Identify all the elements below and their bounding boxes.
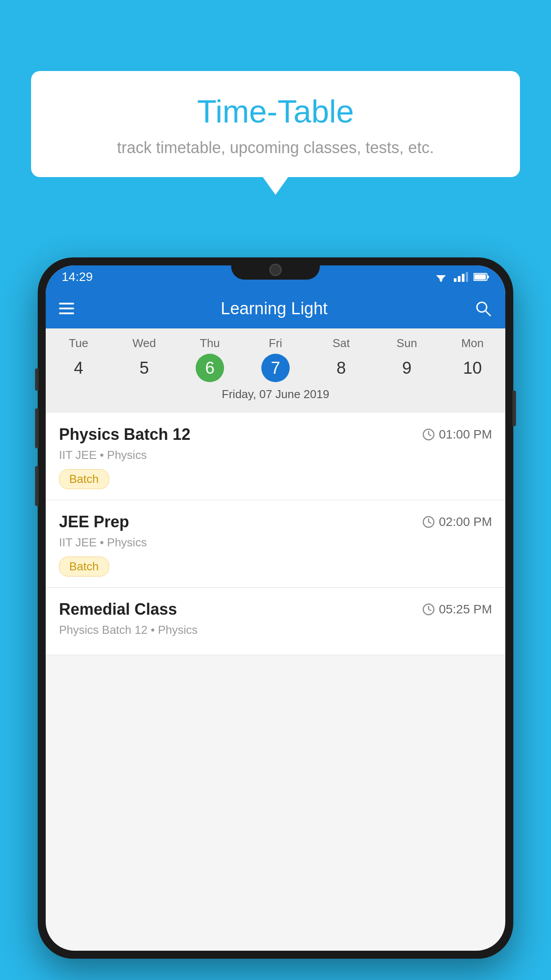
day-10[interactable]: 10 [440, 355, 505, 381]
schedule-item-3-title: Remedial Class [59, 600, 177, 619]
clock-icon-2 [422, 515, 435, 529]
schedule-item-3-time: 05:25 PM [422, 602, 492, 616]
day-4[interactable]: 4 [46, 355, 111, 381]
app-bar-title: Learning Light [74, 299, 474, 318]
schedule-item-1-header: Physics Batch 12 01:00 PM [59, 425, 492, 444]
phone-wrapper: 14:29 [38, 257, 513, 980]
day-header-tue: Tue [46, 336, 111, 350]
schedule-item-3-subtitle: Physics Batch 12 • Physics [59, 623, 492, 637]
day-header-thu: Thu [177, 336, 243, 350]
selected-date-label: Friday, 07 June 2019 [46, 382, 505, 408]
schedule-list: Physics Batch 12 01:00 PM IIT JEE • Phys… [46, 413, 505, 655]
day-6-today[interactable]: 6 [196, 354, 224, 382]
phone-outer: 14:29 [38, 257, 513, 959]
schedule-item-2-subtitle: IIT JEE • Physics [59, 536, 492, 549]
schedule-item-1-title: Physics Batch 12 [59, 425, 190, 444]
schedule-item-3[interactable]: Remedial Class 05:25 PM Physics Batch 12… [46, 588, 505, 655]
bubble-title: Time-Table [49, 93, 502, 130]
day-7-selected[interactable]: 7 [261, 354, 290, 382]
svg-rect-3 [458, 276, 460, 282]
app-bar: Learning Light [46, 288, 505, 328]
schedule-item-1[interactable]: Physics Batch 12 01:00 PM IIT JEE • Phys… [46, 413, 505, 500]
schedule-item-2-title: JEE Prep [59, 513, 129, 531]
svg-marker-1 [439, 280, 443, 282]
schedule-item-1-time: 01:00 PM [422, 427, 492, 442]
status-time: 14:29 [62, 270, 93, 284]
svg-rect-4 [462, 274, 464, 282]
day-header-fri: Fri [243, 336, 308, 350]
wifi-icon [433, 272, 449, 282]
day-9[interactable]: 9 [374, 355, 440, 381]
phone-btn-left-3 [35, 466, 39, 506]
bubble-subtitle: track timetable, upcoming classes, tests… [49, 138, 502, 157]
schedule-item-1-subtitle: IIT JEE • Physics [59, 448, 492, 462]
phone-notch [231, 257, 320, 280]
hamburger-line-3 [59, 312, 74, 314]
svg-rect-7 [474, 274, 486, 280]
day-headers: Tue Wed Thu Fri Sat Sun Mon [46, 336, 505, 350]
phone-btn-left-1 [35, 368, 39, 391]
day-header-mon: Mon [440, 336, 505, 350]
svg-point-9 [477, 302, 487, 312]
svg-rect-2 [454, 278, 457, 282]
svg-line-19 [429, 609, 431, 611]
schedule-item-2-batch-tag: Batch [59, 557, 109, 577]
clock-icon-3 [422, 603, 435, 616]
speech-bubble-container: Time-Table track timetable, upcoming cla… [31, 71, 520, 177]
clock-icon-1 [422, 428, 435, 441]
schedule-item-1-batch-tag: Batch [59, 469, 109, 489]
svg-line-13 [429, 435, 431, 436]
phone-btn-left-2 [35, 408, 39, 448]
svg-rect-8 [487, 276, 489, 278]
search-button[interactable] [474, 300, 492, 317]
day-header-sat: Sat [308, 336, 374, 350]
schedule-item-3-header: Remedial Class 05:25 PM [59, 600, 492, 619]
status-icons [433, 272, 489, 282]
search-icon [475, 300, 492, 317]
calendar-strip: Tue Wed Thu Fri Sat Sun Mon 4 5 6 7 8 9 … [46, 328, 505, 413]
svg-rect-5 [466, 272, 468, 282]
phone-camera [269, 264, 282, 276]
hamburger-line-2 [59, 308, 74, 309]
day-8[interactable]: 8 [308, 355, 374, 381]
hamburger-line-1 [59, 303, 74, 304]
phone-btn-right [512, 391, 516, 426]
schedule-item-2[interactable]: JEE Prep 02:00 PM IIT JEE • Physics Batc… [46, 500, 505, 588]
svg-line-10 [486, 311, 491, 316]
hamburger-menu-button[interactable] [59, 303, 74, 314]
schedule-item-2-header: JEE Prep 02:00 PM [59, 513, 492, 531]
day-header-wed: Wed [111, 336, 177, 350]
day-numbers: 4 5 6 7 8 9 10 [46, 354, 505, 382]
signal-icon [454, 272, 468, 282]
schedule-item-2-time: 02:00 PM [422, 515, 492, 529]
phone-screen: 14:29 [46, 265, 505, 951]
svg-line-16 [429, 522, 431, 523]
battery-icon [473, 273, 489, 281]
day-5[interactable]: 5 [111, 355, 177, 381]
day-header-sun: Sun [374, 336, 440, 350]
speech-bubble: Time-Table track timetable, upcoming cla… [31, 71, 520, 177]
